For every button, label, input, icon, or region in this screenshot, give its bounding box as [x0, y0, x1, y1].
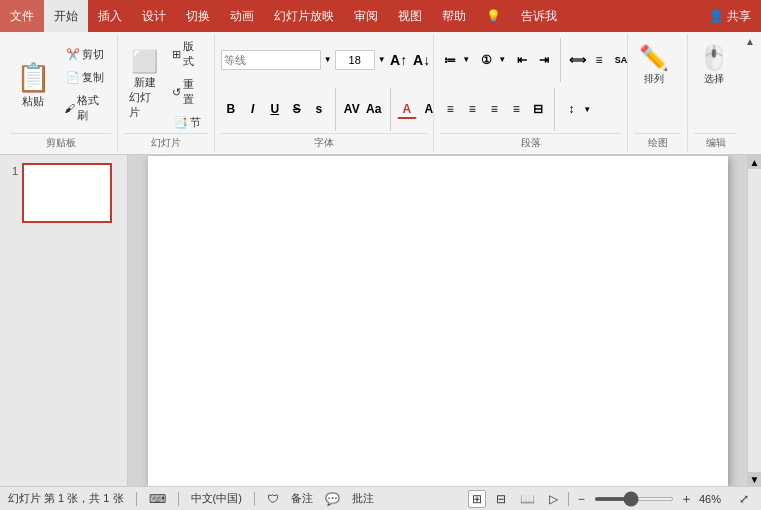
menu-slideshow[interactable]: 幻灯片放映 [264, 0, 344, 32]
font-size-dropdown-icon[interactable]: ▼ [378, 55, 386, 64]
decrease-indent-button[interactable]: ⇤ [512, 50, 532, 70]
paste-label: 粘贴 [22, 94, 44, 109]
slides-secondary: ⊞ 版式 ↺ 重置 📑 节 [167, 36, 207, 133]
cut-button[interactable]: ✂️ 剪切 [59, 44, 112, 65]
justify-button[interactable]: ≡ [506, 99, 526, 119]
slide-thumbnail[interactable] [22, 163, 112, 223]
slides-row: ⬜ 新建 幻灯片 ⊞ 版式 ↺ 重置 📑 节 [124, 36, 207, 133]
paste-button[interactable]: 📋 粘贴 [10, 56, 57, 114]
font-row1: ▼ ▼ A↑ A↓ [221, 36, 432, 84]
section-icon: 📑 [174, 116, 188, 129]
numbering-dropdown-icon[interactable]: ▼ [498, 55, 506, 64]
collapse-icon: ▲ [745, 36, 755, 47]
line-spacing-button[interactable]: ↕ [561, 99, 581, 119]
section-button[interactable]: 📑 节 [167, 112, 207, 133]
menu-tell-me[interactable]: 告诉我 [511, 0, 567, 32]
change-case-button[interactable]: Aa [364, 99, 384, 119]
font-name-dropdown-icon[interactable]: ▼ [324, 55, 332, 64]
bullets-button[interactable]: ≔ [440, 50, 460, 70]
ribbon-group-slides: ⬜ 新建 幻灯片 ⊞ 版式 ↺ 重置 📑 节 [118, 34, 214, 152]
language-label: 中文(中国) [191, 491, 242, 506]
columns-button[interactable]: ⊟ [528, 99, 548, 119]
scroll-up-button[interactable]: ▲ [748, 155, 761, 169]
notes-button[interactable]: 备注 [291, 491, 313, 506]
layout-icon: ⊞ [172, 48, 181, 61]
font-separator1 [335, 88, 336, 132]
font-size-input[interactable] [335, 50, 375, 70]
ribbon-collapse[interactable]: ▲ [743, 34, 757, 152]
para-row1: ≔ ▼ ① ▼ ⇤ ⇥ ⟺ ≡ SA [440, 36, 631, 84]
input-mode-icon: ⌨ [149, 492, 166, 506]
layout-button[interactable]: ⊞ 版式 [167, 36, 207, 72]
slideshow-view-button[interactable]: ▷ [545, 490, 562, 508]
editing-row: 🖱️ 选择 [694, 36, 734, 133]
align-center-button[interactable]: ≡ [462, 99, 482, 119]
ribbon-group-font: ▼ ▼ A↑ A↓ B I U S s AV Aa A A 字体 [215, 34, 435, 152]
slide-sorter-button[interactable]: ⊟ [492, 490, 510, 508]
increase-font-size-button[interactable]: A↑ [389, 50, 409, 70]
paragraph-label: 段落 [440, 133, 621, 150]
align-left-button[interactable]: ≡ [440, 99, 460, 119]
normal-view-button[interactable]: ⊞ [468, 490, 486, 508]
scroll-track[interactable] [748, 169, 761, 472]
menu-review[interactable]: 审阅 [344, 0, 388, 32]
ribbon: 📋 粘贴 ✂️ 剪切 📄 复制 🖌 格式刷 [0, 32, 761, 155]
menu-insert[interactable]: 插入 [88, 0, 132, 32]
zoom-percent[interactable]: 46% [699, 493, 729, 505]
zoom-slider[interactable] [594, 497, 674, 501]
ribbon-group-drawing: ✏️ 排列 绘图 [628, 34, 688, 152]
accessibility-icon: 🛡 [267, 492, 279, 506]
ribbon-group-editing: 🖱️ 选择 编辑 [688, 34, 743, 152]
slide-thumbnail-wrapper: 1 [4, 163, 123, 223]
text-direction-button[interactable]: ⟺ [567, 50, 587, 70]
align-right-button[interactable]: ≡ [484, 99, 504, 119]
zoom-in-button[interactable]: ＋ [680, 490, 693, 508]
comments-button[interactable]: 批注 [352, 491, 374, 506]
menu-animations[interactable]: 动画 [220, 0, 264, 32]
zoom-out-button[interactable]: － [575, 490, 588, 508]
menu-transitions[interactable]: 切换 [176, 0, 220, 32]
menu-view[interactable]: 视图 [388, 0, 432, 32]
editing-area[interactable] [128, 155, 747, 486]
new-slide-button[interactable]: ⬜ 新建 幻灯片 [124, 56, 165, 114]
font-separator2 [390, 88, 391, 132]
slide-canvas [148, 156, 728, 486]
reset-button[interactable]: ↺ 重置 [167, 74, 207, 110]
reading-view-button[interactable]: 📖 [516, 490, 539, 508]
italic-button[interactable]: I [243, 99, 263, 119]
para-separator2 [554, 88, 555, 132]
editing-button[interactable]: 🖱️ 选择 [694, 36, 734, 94]
menu-home[interactable]: 开始 [44, 0, 88, 32]
menu-lightbulb[interactable]: 💡 [476, 0, 511, 32]
slide-info: 幻灯片 第 1 张，共 1 张 [8, 491, 124, 506]
font-name-input[interactable] [221, 50, 321, 70]
bold-button[interactable]: B [221, 99, 241, 119]
scroll-down-button[interactable]: ▼ [748, 472, 761, 486]
bullets-dropdown-icon[interactable]: ▼ [462, 55, 470, 64]
format-paint-icon: 🖌 [64, 102, 75, 114]
strikethrough-button[interactable]: S [287, 99, 307, 119]
menu-file[interactable]: 文件 [0, 0, 44, 32]
menu-share[interactable]: 👤 共享 [699, 0, 761, 32]
underline-button[interactable]: U [265, 99, 285, 119]
fit-window-button[interactable]: ⤢ [735, 490, 753, 508]
copy-button[interactable]: 📄 复制 [59, 67, 112, 88]
scrollbar-vertical[interactable]: ▲ ▼ [747, 155, 761, 486]
menu-design[interactable]: 设计 [132, 0, 176, 32]
drawing-button[interactable]: ✏️ 排列 [634, 36, 674, 94]
char-spacing-button[interactable]: AV [342, 99, 362, 119]
increase-indent-button[interactable]: ⇥ [534, 50, 554, 70]
line-spacing-dropdown-icon[interactable]: ▼ [583, 105, 591, 114]
cut-icon: ✂️ [66, 48, 80, 61]
numbering-button[interactable]: ① [476, 50, 496, 70]
align-text-button[interactable]: ≡ [589, 50, 609, 70]
status-divider1 [136, 492, 137, 506]
font-color-button[interactable]: A [397, 99, 417, 119]
menu-help[interactable]: 帮助 [432, 0, 476, 32]
format-paint-button[interactable]: 🖌 格式刷 [59, 90, 112, 126]
paste-icon: 📋 [16, 61, 51, 94]
drawing-icon: ✏️ [639, 44, 669, 72]
shadow-button[interactable]: s [309, 99, 329, 119]
decrease-font-size-button[interactable]: A↓ [412, 50, 432, 70]
font-row2: B I U S s AV Aa A A [221, 86, 439, 134]
